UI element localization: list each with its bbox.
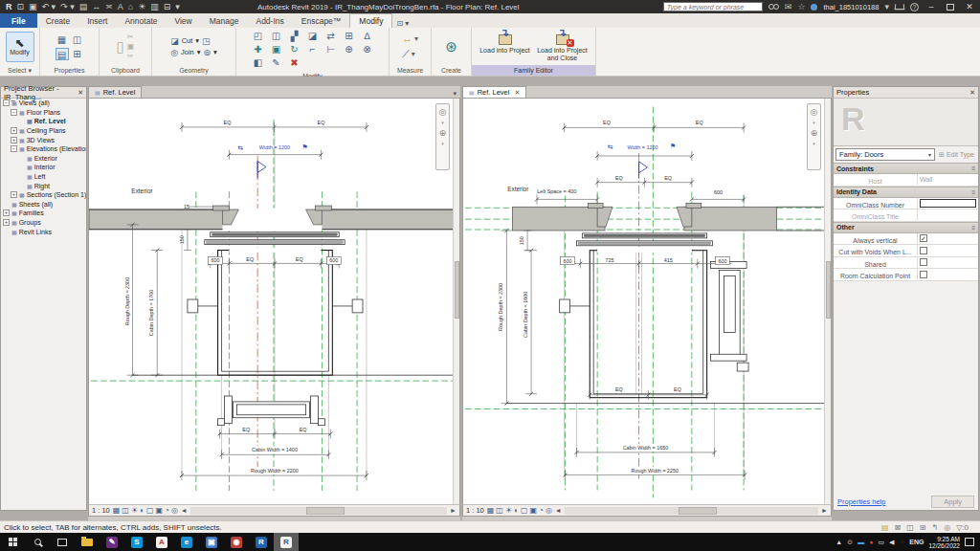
sun-path-icon[interactable]: ☀ [138, 2, 145, 11]
sun-settings-icon[interactable]: ☀ [131, 506, 138, 516]
sidebar-item-groups[interactable]: +▦Groups [1, 218, 86, 228]
scroll-left-icon[interactable]: ◄ [181, 507, 188, 514]
svg-text:Width = 1200[interactable]: Width = 1200 [628, 144, 658, 150]
horizontal-scrollbar[interactable] [190, 507, 447, 515]
view-tab-close-icon[interactable]: ✕ [514, 89, 520, 97]
svg-text:Rough Width = 2250[interactable]: Rough Width = 2250 [632, 468, 679, 474]
copy-clipboard-icon[interactable]: ▣ [127, 42, 135, 51]
properties-palette-icon[interactable]: ▤ [56, 48, 69, 60]
sidebar-item-exterior[interactable]: ▦Exterior [1, 154, 86, 164]
revit-active-icon[interactable]: R [274, 533, 299, 551]
volume-icon[interactable]: ◀ [889, 539, 894, 546]
match-type-icon[interactable]: ✎ [269, 56, 283, 69]
svg-text:Cabin Width = 1650[interactable]: Cabin Width = 1650 [623, 445, 669, 451]
tab-list-icon[interactable]: ▾ [449, 90, 460, 98]
svg-text:EQ[interactable]: EQ [300, 427, 307, 432]
view-tab-ref-level-left[interactable]: ▤ Ref. Level [88, 86, 142, 98]
tree-expander-icon[interactable]: + [11, 127, 17, 134]
tree-expander-icon[interactable]: + [11, 137, 17, 143]
svg-text:EQ[interactable]: EQ [246, 256, 254, 262]
sun-settings-icon[interactable]: ☀ [505, 506, 512, 516]
temporary-hide-icon[interactable]: ◔ [165, 506, 169, 516]
ribbon-tab-insert[interactable]: Insert [78, 13, 116, 28]
eq-toggle-icon[interactable]: ⇆ [237, 144, 243, 151]
delete-icon[interactable]: ✖ [287, 56, 301, 69]
family-category-icon[interactable]: ◫ [71, 33, 84, 46]
svg-text:Rough Depth = 2300[interactable]: Rough Depth = 2300 [498, 283, 503, 331]
scroll-right-icon[interactable]: ► [821, 507, 828, 514]
navigation-bar[interactable]: ◎▾ ⊕▾ [435, 103, 450, 170]
svg-text:600[interactable]: 600 [564, 258, 572, 264]
tree-expander-icon[interactable]: − [11, 109, 17, 116]
split-element-icon[interactable]: ⇄ [323, 30, 338, 42]
omniclass-number-input[interactable] [920, 199, 976, 208]
open-icon[interactable]: ⊡ [17, 2, 25, 11]
drawing-area-left[interactable]: 15 [88, 99, 460, 504]
filter-icon[interactable]: ▽:0 [956, 523, 969, 532]
svg-text:Cabin Depth = 1600[interactable]: Cabin Depth = 1600 [523, 292, 528, 338]
file-explorer-icon[interactable] [75, 533, 100, 551]
language-indicator[interactable]: ENG [909, 539, 924, 545]
unpin-icon[interactable]: ⊗ [360, 43, 374, 55]
property-checkbox[interactable]: ✓ [920, 234, 927, 242]
paste-icon[interactable]: ▯ [117, 38, 124, 55]
svg-text:EQ[interactable]: EQ [696, 120, 703, 125]
svg-text:150[interactable]: 150 [519, 236, 524, 245]
project-browser-close-icon[interactable]: ✕ [78, 89, 83, 97]
ribbon-tab-modify[interactable]: Modify [349, 13, 392, 28]
ribbon-tab-create[interactable]: Create [37, 13, 79, 28]
username-caret-icon[interactable]: ▾ [884, 2, 889, 11]
display-icon[interactable]: ▭ [878, 539, 884, 546]
property-value[interactable]: Wall [918, 174, 978, 186]
exclude-options-icon[interactable]: ⊞ [920, 523, 926, 532]
print-icon[interactable]: ▤ [79, 2, 88, 11]
match-properties-icon[interactable]: ✑ [127, 52, 135, 60]
search-button[interactable] [25, 533, 50, 551]
svg-text:EQ[interactable]: EQ [224, 120, 232, 125]
sidebar-item-interior[interactable]: ▦Interior [1, 163, 86, 172]
shadows-icon[interactable]: ◐ [514, 506, 519, 516]
svg-text:Cabin Width = 1400[interactable]: Cabin Width = 1400 [252, 447, 298, 452]
ribbon-tab-addins[interactable]: Add-Ins [247, 13, 292, 28]
edit-type-button[interactable]: ⊞ Edit Type [937, 151, 976, 159]
measure-button[interactable]: ↔▾ [402, 33, 418, 44]
ribbon-tab-annotate[interactable]: Annotate [116, 13, 166, 28]
close-button[interactable]: ✕ [963, 2, 976, 11]
reveal-hidden-icon[interactable]: ◎ [171, 506, 178, 516]
svg-text:600[interactable]: 600 [718, 258, 726, 264]
undo-icon[interactable]: ↶ ▾ [42, 2, 56, 11]
svg-text:EQ[interactable]: EQ [603, 120, 611, 125]
scroll-left-icon[interactable]: ◄ [555, 507, 562, 514]
measure-icon[interactable]: ↔ [92, 2, 100, 11]
svg-text:Rough Width = 2200[interactable]: Rough Width = 2200 [251, 468, 299, 474]
eq-toggle-icon[interactable]: ⇆ [608, 143, 613, 150]
properties-header[interactable]: Properties ✕ [834, 87, 978, 99]
help-icon[interactable]: ? [910, 3, 919, 11]
sidebar-item-left[interactable]: ▦Left [1, 172, 86, 182]
scale-label[interactable]: 1 : 10 [92, 506, 110, 515]
sidebar-item-3d-views[interactable]: +▦3D Views [1, 135, 86, 144]
property-checkbox[interactable] [920, 247, 927, 254]
view-tab-ref-level-right[interactable]: ▤ Ref. Level ✕ [462, 86, 526, 98]
svg-text:725[interactable]: 725 [605, 257, 613, 263]
help-search-input[interactable] [663, 2, 763, 11]
svg-text:Cabin Depth = 1700[interactable]: Cabin Depth = 1700 [148, 290, 154, 337]
apply-button[interactable]: Apply [931, 496, 974, 508]
minimize-button[interactable]: – [924, 2, 938, 11]
ribbon-tab-file[interactable]: File [0, 13, 37, 28]
pin-icon[interactable]: ⊕ [342, 43, 356, 55]
design-options-icon[interactable]: ⊠ [895, 523, 902, 532]
property-value[interactable] [918, 209, 978, 221]
tab-options-toggle[interactable]: ⊡ ▾ [396, 19, 409, 28]
steering-wheel-icon[interactable]: ◎ [439, 107, 447, 117]
scale-label[interactable]: 1 : 10 [466, 506, 484, 515]
mirror-axis-icon[interactable]: ▞ [287, 30, 301, 42]
exchange-apps-cart-icon[interactable] [895, 4, 905, 10]
horizontal-scrollbar[interactable] [565, 507, 818, 515]
sidebar-item-ceiling-plans[interactable]: +▦Ceiling Plans [1, 126, 86, 136]
load-into-project-button[interactable]: ↴ Load into Project [479, 31, 531, 62]
svg-text:Width = 1200[interactable]: Width = 1200 [259, 144, 290, 150]
svg-text:600[interactable]: 600 [212, 257, 220, 263]
sidebar-item-ref-level[interactable]: ▦Ref. Level [1, 117, 86, 126]
tree-expander-icon[interactable]: + [3, 219, 10, 226]
